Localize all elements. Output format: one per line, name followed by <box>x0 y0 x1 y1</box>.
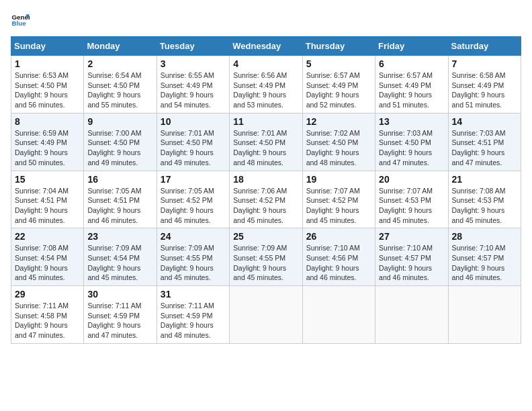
calendar-row-5: 29 Sunrise: 7:11 AM Sunset: 4:58 PM Dayl… <box>11 286 521 344</box>
day-number-6: 6 <box>379 58 444 69</box>
day-number-2: 2 <box>87 58 152 69</box>
page-header: General Blue <box>11 11 521 30</box>
day-cell-18: 18 Sunrise: 7:06 AM Sunset: 4:52 PM Dayl… <box>230 171 302 228</box>
day-info-29: Sunrise: 7:11 AM Sunset: 4:58 PM Dayligh… <box>15 301 80 340</box>
day-info-11: Sunrise: 7:01 AM Sunset: 4:50 PM Dayligh… <box>233 128 298 168</box>
day-number-16: 16 <box>87 174 152 185</box>
day-number-9: 9 <box>87 116 152 127</box>
calendar-row-3: 15 Sunrise: 7:04 AM Sunset: 4:51 PM Dayl… <box>11 171 521 228</box>
day-number-24: 24 <box>161 231 226 242</box>
day-number-13: 13 <box>379 116 444 127</box>
day-cell-22: 22 Sunrise: 7:08 AM Sunset: 4:54 PM Dayl… <box>11 228 84 286</box>
day-cell-30: 30 Sunrise: 7:11 AM Sunset: 4:59 PM Dayl… <box>84 286 157 344</box>
day-info-1: Sunrise: 6:53 AM Sunset: 4:50 PM Dayligh… <box>15 71 80 110</box>
header-saturday: Saturday <box>448 37 521 56</box>
day-number-22: 22 <box>15 231 80 242</box>
empty-cell <box>302 286 375 344</box>
day-cell-27: 27 Sunrise: 7:10 AM Sunset: 4:57 PM Dayl… <box>375 228 448 286</box>
day-number-19: 19 <box>306 174 371 185</box>
day-number-10: 10 <box>161 116 226 127</box>
day-info-10: Sunrise: 7:01 AM Sunset: 4:50 PM Dayligh… <box>161 128 226 168</box>
day-info-20: Sunrise: 7:07 AM Sunset: 4:53 PM Dayligh… <box>379 186 444 226</box>
day-number-25: 25 <box>233 231 298 242</box>
day-number-14: 14 <box>452 116 517 127</box>
logo: General Blue <box>11 11 32 30</box>
day-number-26: 26 <box>306 231 371 242</box>
day-info-16: Sunrise: 7:05 AM Sunset: 4:51 PM Dayligh… <box>87 186 152 226</box>
day-cell-28: 28 Sunrise: 7:10 AM Sunset: 4:57 PM Dayl… <box>448 228 521 286</box>
day-info-9: Sunrise: 7:00 AM Sunset: 4:50 PM Dayligh… <box>87 128 152 168</box>
day-number-28: 28 <box>452 231 517 242</box>
day-number-8: 8 <box>15 116 80 127</box>
day-info-18: Sunrise: 7:06 AM Sunset: 4:52 PM Dayligh… <box>233 186 298 226</box>
day-number-7: 7 <box>452 58 517 69</box>
day-cell-2: 2 Sunrise: 6:54 AM Sunset: 4:50 PM Dayli… <box>84 56 157 113</box>
empty-cell <box>448 286 521 344</box>
day-info-4: Sunrise: 6:56 AM Sunset: 4:49 PM Dayligh… <box>233 71 298 110</box>
day-info-26: Sunrise: 7:10 AM Sunset: 4:56 PM Dayligh… <box>306 243 371 283</box>
day-number-27: 27 <box>379 231 444 242</box>
day-cell-25: 25 Sunrise: 7:09 AM Sunset: 4:55 PM Dayl… <box>230 228 302 286</box>
day-info-30: Sunrise: 7:11 AM Sunset: 4:59 PM Dayligh… <box>87 301 152 340</box>
day-info-3: Sunrise: 6:55 AM Sunset: 4:49 PM Dayligh… <box>161 71 226 110</box>
day-cell-5: 5 Sunrise: 6:57 AM Sunset: 4:49 PM Dayli… <box>302 56 375 113</box>
day-info-2: Sunrise: 6:54 AM Sunset: 4:50 PM Dayligh… <box>87 71 152 110</box>
header-sunday: Sunday <box>11 37 84 56</box>
day-info-28: Sunrise: 7:10 AM Sunset: 4:57 PM Dayligh… <box>452 243 517 283</box>
day-number-20: 20 <box>379 174 444 185</box>
day-number-17: 17 <box>161 174 226 185</box>
calendar-row-4: 22 Sunrise: 7:08 AM Sunset: 4:54 PM Dayl… <box>11 228 521 286</box>
day-info-22: Sunrise: 7:08 AM Sunset: 4:54 PM Dayligh… <box>15 243 80 283</box>
day-cell-3: 3 Sunrise: 6:55 AM Sunset: 4:49 PM Dayli… <box>157 56 229 113</box>
day-cell-9: 9 Sunrise: 7:00 AM Sunset: 4:50 PM Dayli… <box>84 113 157 171</box>
day-cell-1: 1 Sunrise: 6:53 AM Sunset: 4:50 PM Dayli… <box>11 56 84 113</box>
day-info-25: Sunrise: 7:09 AM Sunset: 4:55 PM Dayligh… <box>233 243 298 283</box>
day-info-19: Sunrise: 7:07 AM Sunset: 4:52 PM Dayligh… <box>306 186 371 226</box>
day-cell-7: 7 Sunrise: 6:58 AM Sunset: 4:49 PM Dayli… <box>448 56 521 113</box>
day-number-5: 5 <box>306 58 371 69</box>
day-number-3: 3 <box>161 58 226 69</box>
day-number-4: 4 <box>233 58 298 69</box>
day-number-30: 30 <box>87 289 152 300</box>
day-cell-29: 29 Sunrise: 7:11 AM Sunset: 4:58 PM Dayl… <box>11 286 84 344</box>
day-cell-12: 12 Sunrise: 7:02 AM Sunset: 4:50 PM Dayl… <box>302 113 375 171</box>
day-info-27: Sunrise: 7:10 AM Sunset: 4:57 PM Dayligh… <box>379 243 444 283</box>
day-number-15: 15 <box>15 174 80 185</box>
day-info-12: Sunrise: 7:02 AM Sunset: 4:50 PM Dayligh… <box>306 128 371 168</box>
day-number-31: 31 <box>161 289 226 300</box>
day-cell-23: 23 Sunrise: 7:09 AM Sunset: 4:54 PM Dayl… <box>84 228 157 286</box>
svg-text:Blue: Blue <box>11 19 26 27</box>
empty-cell <box>375 286 448 344</box>
day-info-14: Sunrise: 7:03 AM Sunset: 4:51 PM Dayligh… <box>452 128 517 168</box>
day-info-23: Sunrise: 7:09 AM Sunset: 4:54 PM Dayligh… <box>87 243 152 283</box>
day-cell-17: 17 Sunrise: 7:05 AM Sunset: 4:52 PM Dayl… <box>157 171 229 228</box>
day-cell-16: 16 Sunrise: 7:05 AM Sunset: 4:51 PM Dayl… <box>84 171 157 228</box>
day-cell-15: 15 Sunrise: 7:04 AM Sunset: 4:51 PM Dayl… <box>11 171 84 228</box>
day-info-6: Sunrise: 6:57 AM Sunset: 4:49 PM Dayligh… <box>379 71 444 110</box>
day-cell-14: 14 Sunrise: 7:03 AM Sunset: 4:51 PM Dayl… <box>448 113 521 171</box>
header-thursday: Thursday <box>302 37 375 56</box>
day-number-11: 11 <box>233 116 298 127</box>
day-cell-10: 10 Sunrise: 7:01 AM Sunset: 4:50 PM Dayl… <box>157 113 229 171</box>
day-info-17: Sunrise: 7:05 AM Sunset: 4:52 PM Dayligh… <box>161 186 226 226</box>
calendar-row-1: 1 Sunrise: 6:53 AM Sunset: 4:50 PM Dayli… <box>11 56 521 113</box>
day-number-1: 1 <box>15 58 80 69</box>
day-cell-31: 31 Sunrise: 7:11 AM Sunset: 4:59 PM Dayl… <box>157 286 229 344</box>
day-info-24: Sunrise: 7:09 AM Sunset: 4:55 PM Dayligh… <box>161 243 226 283</box>
day-cell-11: 11 Sunrise: 7:01 AM Sunset: 4:50 PM Dayl… <box>230 113 302 171</box>
day-info-15: Sunrise: 7:04 AM Sunset: 4:51 PM Dayligh… <box>15 186 80 226</box>
day-cell-19: 19 Sunrise: 7:07 AM Sunset: 4:52 PM Dayl… <box>302 171 375 228</box>
day-info-5: Sunrise: 6:57 AM Sunset: 4:49 PM Dayligh… <box>306 71 371 110</box>
day-cell-21: 21 Sunrise: 7:08 AM Sunset: 4:53 PM Dayl… <box>448 171 521 228</box>
day-number-18: 18 <box>233 174 298 185</box>
header-monday: Monday <box>84 37 157 56</box>
day-info-13: Sunrise: 7:03 AM Sunset: 4:50 PM Dayligh… <box>379 128 444 168</box>
day-cell-24: 24 Sunrise: 7:09 AM Sunset: 4:55 PM Dayl… <box>157 228 229 286</box>
day-number-23: 23 <box>87 231 152 242</box>
header-tuesday: Tuesday <box>157 37 229 56</box>
day-cell-26: 26 Sunrise: 7:10 AM Sunset: 4:56 PM Dayl… <box>302 228 375 286</box>
day-cell-20: 20 Sunrise: 7:07 AM Sunset: 4:53 PM Dayl… <box>375 171 448 228</box>
header-wednesday: Wednesday <box>230 37 302 56</box>
header-friday: Friday <box>375 37 448 56</box>
day-cell-8: 8 Sunrise: 6:59 AM Sunset: 4:49 PM Dayli… <box>11 113 84 171</box>
